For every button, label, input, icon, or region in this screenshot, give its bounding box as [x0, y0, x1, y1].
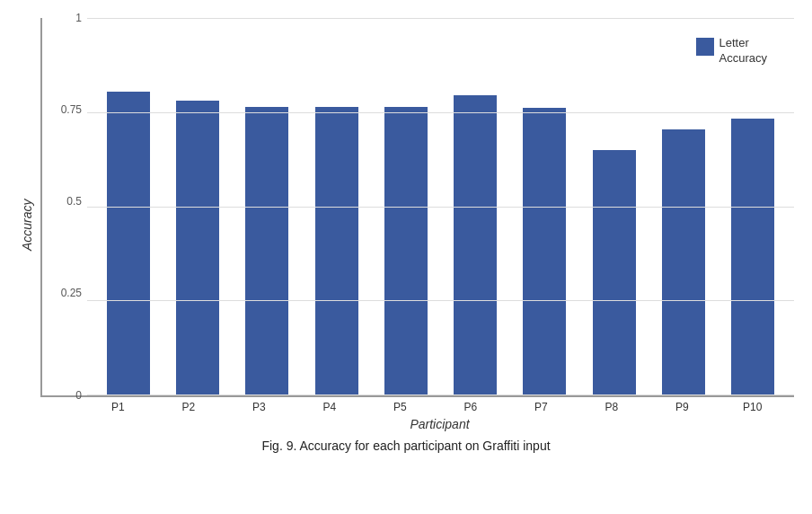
x-label-p2: P2 — [156, 401, 222, 413]
x-label-p8: P8 — [579, 401, 645, 413]
x-axis-label: Participant — [85, 417, 794, 431]
y-ticks: 1 0.75 0.5 0.25 0 — [42, 18, 87, 395]
y-tick-3: 0.5 — [42, 196, 87, 207]
bar-p3 — [245, 107, 288, 395]
bar-p4 — [315, 107, 358, 395]
y-tick-2: 0.75 — [42, 104, 87, 115]
y-tick-1: 1 — [42, 13, 87, 23]
chart-area: Accuracy 1 0.75 0.5 0.25 0 — [18, 18, 794, 431]
bar-group-p1 — [96, 18, 160, 395]
bar-p2 — [176, 101, 219, 395]
plot-area: 1 0.75 0.5 0.25 0 — [40, 18, 794, 397]
x-labels: P1P2P3P4P5P6P7P8P9P10 — [40, 401, 794, 413]
bar-group-p5 — [374, 18, 437, 395]
x-label-p6: P6 — [438, 401, 504, 413]
x-label-p9: P9 — [649, 401, 715, 413]
bar-p10 — [731, 119, 774, 395]
x-label-p5: P5 — [367, 401, 433, 413]
legend-color-box — [696, 38, 714, 56]
bar-p1 — [107, 92, 150, 395]
x-label-p3: P3 — [226, 401, 292, 413]
bar-group-p8 — [582, 18, 646, 395]
bar-group-p9 — [651, 18, 715, 395]
bar-p5 — [384, 107, 428, 395]
bar-group-p3 — [235, 18, 299, 395]
chart-inner: 1 0.75 0.5 0.25 0 P1P2P3P4P5P6P7P8P9P10 … — [40, 18, 794, 431]
bar-p9 — [662, 129, 705, 395]
bars-wrapper — [87, 18, 794, 395]
y-tick-5: 0 — [42, 390, 87, 401]
bar-group-p4 — [304, 18, 368, 395]
bar-group-p6 — [443, 18, 507, 395]
bar-p8 — [593, 150, 636, 395]
bar-group-p10 — [721, 18, 785, 395]
bar-group-p2 — [165, 18, 229, 395]
bar-group-p7 — [513, 18, 577, 395]
bar-p6 — [454, 95, 497, 395]
legend: LetterAccuracy — [696, 36, 767, 66]
y-tick-4: 0.25 — [42, 288, 87, 298]
chart-container: Accuracy 1 0.75 0.5 0.25 0 — [0, 0, 812, 514]
x-label-p4: P4 — [297, 401, 363, 413]
x-label-p1: P1 — [85, 401, 151, 413]
x-label-p10: P10 — [720, 401, 786, 413]
x-label-p7: P7 — [508, 401, 574, 413]
bar-p7 — [523, 108, 566, 395]
y-axis-label: Accuracy — [18, 18, 36, 431]
figure-caption: Fig. 9. Accuracy for each participant on… — [18, 439, 794, 453]
legend-label: LetterAccuracy — [719, 36, 767, 66]
